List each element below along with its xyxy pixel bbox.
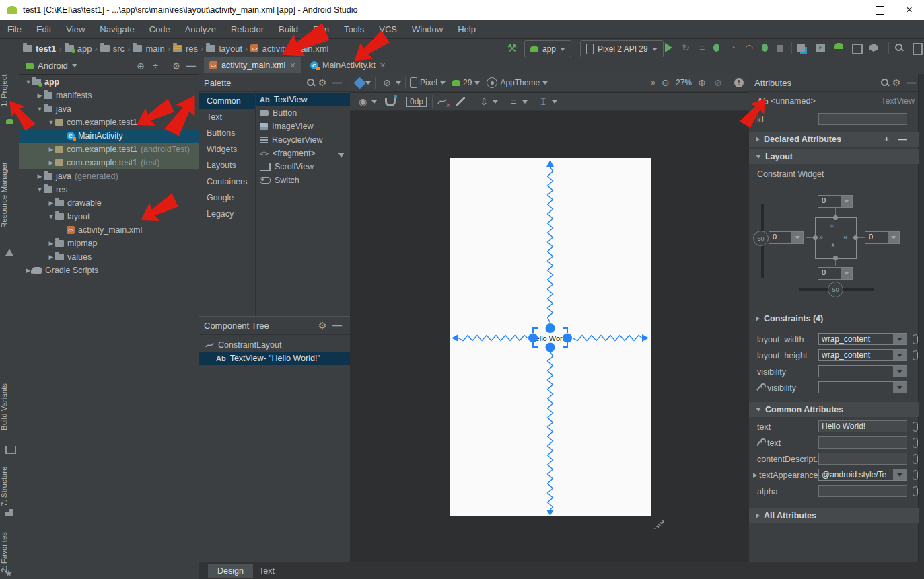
project-view-selector[interactable]: Android [38,61,68,71]
menu-code[interactable]: Code [142,24,178,34]
rerun-icon[interactable]: ↻ [678,40,693,55]
hide-panel-icon[interactable]: — [184,59,199,73]
constraint-handle-right[interactable] [563,334,572,343]
hide-panel-icon[interactable]: — [330,318,345,333]
margin-top-select[interactable]: 0 [818,195,853,208]
palette-category-common[interactable]: Common [199,93,255,109]
visibility-select[interactable] [818,365,907,377]
device-in-editor-select[interactable]: Pixel [420,78,437,87]
attach-profiler-icon[interactable]: ◔ [725,40,740,55]
default-margins-select[interactable]: 0dp [406,97,427,107]
avd-manager-icon[interactable] [816,44,825,52]
stop-button[interactable] [777,45,783,52]
minimize-button[interactable]: — [835,0,865,20]
breadcrumb-layout[interactable]: layout [206,44,242,54]
gear-icon[interactable]: ⚙ [315,75,330,90]
gear-icon[interactable]: ⚙ [169,59,184,73]
resource-indicator[interactable] [913,486,918,496]
resource-indicator[interactable] [913,422,918,432]
menu-vcs[interactable]: VCS [371,24,404,34]
gear-icon[interactable]: ⚙ [315,318,330,333]
margin-left-select[interactable]: 0 [769,231,804,244]
search-everywhere-icon[interactable] [895,44,903,52]
tree-item-manifests[interactable]: ▶manifests [19,89,199,102]
hide-panel-icon[interactable]: — [330,75,345,90]
collapse-all-icon[interactable]: ÷ [148,59,163,73]
menu-file[interactable]: File [0,24,29,34]
palette-category-containers[interactable]: Containers [199,173,255,190]
attach-debugger-icon[interactable] [762,44,768,52]
section-layout[interactable]: Layout [749,149,919,164]
build-hammer-icon[interactable]: ⚒ [505,40,520,55]
anchor-right[interactable] [853,235,858,240]
profiler-icon[interactable]: ◠ [742,40,756,55]
resource-indicator[interactable] [913,334,918,344]
palette-category-google[interactable]: Google [199,190,255,206]
palette-item-button[interactable]: Button [256,106,350,120]
section-declared-attributes[interactable]: Declared Attributes + — [749,132,919,147]
tree-item-values[interactable]: ▶values [19,250,199,264]
tree-item-mipmap[interactable]: ▶mipmap [19,237,199,250]
margin-right-select[interactable]: 0 [865,231,900,244]
tool-window-build-variants[interactable]: Build Variants [0,373,19,440]
resource-explorer-icon[interactable] [869,44,878,52]
apply-changes-icon[interactable]: ≡ [695,40,709,55]
zoom-out-icon[interactable]: ⊖ [658,75,673,90]
favorites-star-icon[interactable]: ★ [5,568,13,578]
device-select[interactable]: Pixel 2 API 29 [580,40,664,58]
tree-item-drawable[interactable]: ▶drawable [19,196,199,210]
alpha-field[interactable] [818,485,907,497]
palette-item-scrollview[interactable]: ScrollView [256,160,350,173]
run-configuration-select[interactable]: app [524,40,571,58]
constraint-handle-left[interactable] [528,334,538,343]
search-icon[interactable] [881,79,889,87]
content-description-field[interactable] [818,453,907,465]
gear-icon[interactable]: ⚙ [889,75,904,90]
close-tab-icon[interactable]: ✕ [380,61,386,70]
menu-tools[interactable]: Tools [336,24,371,34]
tree-item-package-test[interactable]: ▶com.example.test1(test) [19,156,199,169]
add-attribute-icon[interactable]: + [884,134,889,144]
maximize-button[interactable] [865,0,894,20]
breadcrumb-src[interactable]: src [100,44,125,54]
menu-refactor[interactable]: Refactor [223,24,271,34]
tree-item-gradle-scripts[interactable]: ▶Gradle Scripts [19,264,199,277]
orientation-icon[interactable]: ⊘ [380,75,394,90]
menu-navigate[interactable]: Navigate [92,24,141,34]
resource-manager-icon[interactable] [5,249,13,256]
tab-activity-main-xml[interactable]: <> activity_main.xml✕ [204,57,301,73]
close-tab-icon[interactable]: ✕ [289,61,295,70]
menu-edit[interactable]: Edit [29,24,59,34]
horizontal-bias-value[interactable]: 50 [828,282,843,297]
section-constraints[interactable]: Constraints (4) [749,311,919,325]
anchor-left[interactable] [813,235,818,240]
run-button[interactable] [665,43,672,52]
clear-constraints-icon[interactable]: × [437,96,449,107]
constraint-handle-bottom[interactable] [546,343,555,352]
palette-category-text[interactable]: Text [199,109,255,125]
menu-window[interactable]: Window [404,24,450,34]
tool-window-resource-manager[interactable]: Resource Manager [0,151,19,239]
resource-indicator[interactable] [913,438,918,448]
align-icon[interactable]: ≡ [506,94,521,109]
errors-panel-icon[interactable]: ! [734,78,744,87]
palette-category-buttons[interactable]: Buttons [199,125,255,141]
menu-help[interactable]: Help [450,24,483,34]
debug-button[interactable] [713,44,719,52]
tool-window-project[interactable]: 1: Project [0,67,19,114]
tree-item-app[interactable]: ▼app [19,75,199,89]
attributes-scrollbar[interactable] [918,74,924,562]
component-constraintlayout[interactable]: ConstraintLayout [199,338,357,352]
view-options-icon[interactable]: ◉ [355,94,370,109]
toolbar-overflow[interactable]: » [651,78,655,87]
menu-view[interactable]: View [59,24,92,34]
resource-indicator[interactable] [913,350,918,360]
close-button[interactable]: × [894,0,924,20]
zoom-to-fit-icon[interactable]: ⊘ [711,75,725,90]
section-common-attributes[interactable]: Common Attributes [749,402,919,417]
anchor-top[interactable] [833,215,838,220]
id-field[interactable] [818,113,907,125]
layout-inspector-icon[interactable] [852,44,863,54]
guidelines-icon[interactable]: ⌶ [536,94,550,109]
tools-text-field[interactable] [818,436,907,449]
